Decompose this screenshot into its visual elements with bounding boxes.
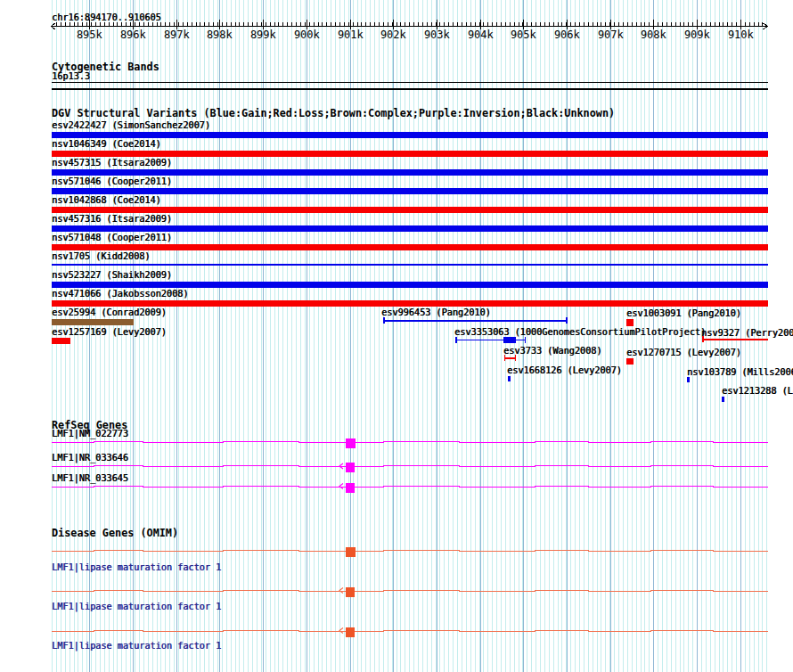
variant-box[interactable] xyxy=(626,319,634,326)
refseq-gene-label[interactable]: LMF1|NR_033645 xyxy=(52,473,128,484)
track-title-dgv-structural-variants: DGV Structural Variants (Blue:Gain;Red:L… xyxy=(52,107,615,119)
variant-bar[interactable] xyxy=(52,151,768,157)
variant-label[interactable]: nsv523227 (Shaikh2009) xyxy=(52,270,172,281)
ruler-tick-label: 910k xyxy=(728,29,754,41)
variant-label[interactable]: nsv1042868 (Coe2014) xyxy=(52,195,161,206)
variant-line[interactable] xyxy=(52,264,768,266)
omim-exon-box[interactable] xyxy=(346,587,355,597)
ruler-tick-label: 907k xyxy=(598,29,624,41)
variant-range-end xyxy=(455,337,457,343)
variant-range-line[interactable] xyxy=(702,339,768,340)
refseq-gene-label[interactable]: LMF1|NM_022773 xyxy=(52,429,128,439)
ruler-tick-label: 897k xyxy=(164,29,190,41)
variant-label[interactable]: esv2422427 (SimonSanchez2007) xyxy=(52,120,210,131)
variant-bar[interactable] xyxy=(52,300,768,307)
variant-label[interactable]: esv1668126 (Levy2007) xyxy=(507,365,622,376)
variant-range-end xyxy=(383,317,385,324)
refseq-gene-label[interactable]: LMF1|NR_033646 xyxy=(52,453,128,463)
omim-gene-label[interactable]: LMF1|lipase maturation factor 1 xyxy=(52,562,221,573)
variant-range-end xyxy=(515,355,517,361)
variant-range-box[interactable] xyxy=(503,337,516,344)
position-label: chr16:894170..910605 xyxy=(52,12,161,23)
ruler-tick-label: 900k xyxy=(294,29,320,41)
variant-label[interactable]: esv1003091 (Pang2010) xyxy=(626,308,741,319)
variant-bar[interactable] xyxy=(52,282,768,288)
variant-bar[interactable] xyxy=(52,244,768,250)
variant-label[interactable]: nsv457316 (Itsara2009) xyxy=(52,214,172,225)
variant-bar[interactable] xyxy=(52,225,768,232)
variant-tick[interactable] xyxy=(687,377,690,382)
cytoband-top-edge xyxy=(52,82,768,83)
omim-exon-box[interactable] xyxy=(346,627,355,637)
variant-label[interactable]: nsv103789 (Mills2006) xyxy=(687,367,793,378)
variant-label[interactable]: esv1270715 (Levy2007) xyxy=(626,348,741,358)
refseq-exon-box[interactable] xyxy=(346,463,355,472)
variant-label[interactable]: esv1257169 (Levy2007) xyxy=(52,327,167,338)
cytoband-label[interactable]: 16p13.3 xyxy=(52,71,90,82)
omim-exon-box[interactable] xyxy=(346,547,356,557)
ruler-tick-label: 903k xyxy=(424,29,450,41)
variant-label[interactable]: nsv471066 (Jakobsson2008) xyxy=(52,289,188,299)
variant-label[interactable]: nsv1705 (Kidd2008) xyxy=(52,251,150,262)
ruler-tick-label: 906k xyxy=(554,29,580,41)
ruler-tick-label: 909k xyxy=(684,29,710,41)
ruler-tick-label: 901k xyxy=(338,29,364,41)
variant-label[interactable]: esv3353063 (1000GenomesConsortiumPilotPr… xyxy=(454,327,706,338)
track-title-omim: Disease Genes (OMIM) xyxy=(52,527,178,539)
variant-range-end xyxy=(566,317,568,324)
ruler-tick-label: 908k xyxy=(641,29,666,41)
variant-bar[interactable] xyxy=(52,319,134,325)
variant-bar[interactable] xyxy=(52,169,768,176)
variant-label[interactable]: nsv571046 (Cooper2011) xyxy=(52,176,172,187)
omim-gene-label[interactable]: LMF1|lipase maturation factor 1 xyxy=(52,602,221,612)
variant-range-end xyxy=(504,355,506,361)
variant-label[interactable]: esv3733 (Wang2008) xyxy=(503,346,601,356)
variant-tick[interactable] xyxy=(508,376,511,381)
cytoband-bottom-edge xyxy=(52,88,768,90)
ruler-tick-label: 899k xyxy=(250,29,276,41)
genome-browser-view: 895k896k897k898k899k900k901k902k903k904k… xyxy=(0,0,793,672)
variant-tick[interactable] xyxy=(722,397,724,402)
variant-box[interactable] xyxy=(626,358,634,365)
variant-bar[interactable] xyxy=(52,132,768,138)
ruler-tick-label: 902k xyxy=(380,29,406,41)
ruler-tick-label: 896k xyxy=(120,29,146,41)
variant-range-end xyxy=(702,336,704,342)
variant-label[interactable]: nsv9327 (Perry2008) xyxy=(701,328,793,339)
variant-label[interactable]: nsv1046349 (Coe2014) xyxy=(52,139,161,150)
variant-bar[interactable] xyxy=(52,338,70,344)
ruler-tick-label: 904k xyxy=(468,29,494,41)
variant-label[interactable]: nsv457315 (Itsara2009) xyxy=(52,158,172,168)
refseq-exon-box[interactable] xyxy=(346,483,355,493)
variant-range-line[interactable] xyxy=(383,320,568,322)
refseq-exon-box[interactable] xyxy=(346,438,356,448)
variant-label[interactable]: nsv571048 (Cooper2011) xyxy=(52,233,172,243)
variant-label[interactable]: esv1213288 (Levy2007) xyxy=(722,386,793,397)
variant-bar[interactable] xyxy=(52,207,768,213)
ruler-tick-label: 895k xyxy=(77,29,102,41)
variant-label[interactable]: esv25994 (Conrad2009) xyxy=(52,307,167,318)
variant-label[interactable]: esv996453 (Pang2010) xyxy=(381,307,491,318)
ruler-tick-label: 898k xyxy=(207,29,233,41)
variant-bar[interactable] xyxy=(52,188,768,194)
omim-gene-label[interactable]: LMF1|lipase maturation factor 1 xyxy=(52,641,221,652)
variant-range-end xyxy=(525,337,527,343)
ruler-tick-label: 905k xyxy=(511,29,536,41)
